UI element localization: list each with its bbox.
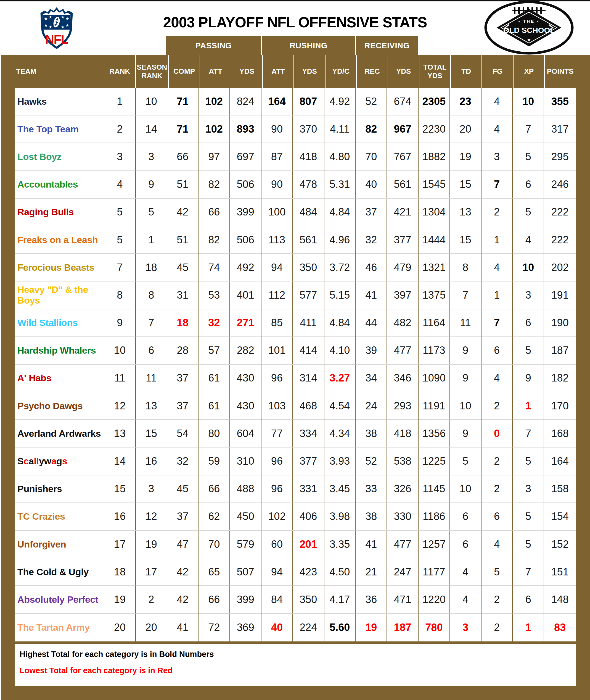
- stat-cell: 44: [356, 310, 387, 337]
- group-header-receiving: RECEIVING: [356, 36, 418, 55]
- stat-cell: 780: [418, 614, 450, 641]
- team-name-letter: l: [36, 456, 39, 466]
- stat-cell: 96: [262, 475, 293, 503]
- stat-cell: 7: [104, 254, 136, 281]
- stat-cell: 399: [230, 199, 262, 226]
- stat-cell: 202: [544, 254, 576, 281]
- stat-cell: 12: [136, 503, 167, 531]
- team-name-cell: Punishers: [15, 475, 104, 503]
- stat-cell: 101: [262, 337, 293, 365]
- stat-cell: 17: [104, 531, 136, 558]
- stat-cell: 154: [544, 503, 576, 531]
- stats-table: Hawks110711028241648074.9252674230523410…: [15, 88, 576, 641]
- column-header-td: TD: [451, 55, 482, 88]
- stat-cell: 506: [230, 171, 262, 199]
- stat-cell: 164: [262, 88, 293, 115]
- stat-cell: 1321: [418, 254, 450, 281]
- stat-cell: 1: [136, 226, 167, 254]
- stat-cell: 80: [199, 420, 230, 447]
- table-frame: TEAMRANKSEASON RANKCOMPATTYDSATTYDSYD/CR…: [1, 55, 590, 700]
- stat-cell: 20: [450, 115, 482, 143]
- stat-cell: 4.84: [324, 199, 356, 226]
- stat-cell: 697: [230, 143, 262, 171]
- stat-cell: 5: [136, 199, 167, 226]
- stat-cell: 24: [356, 392, 387, 420]
- team-name-cell: The Tartan Army: [15, 614, 104, 641]
- stat-cell: 33: [356, 475, 387, 503]
- stat-cell: 10: [104, 337, 136, 365]
- stat-cell: 66: [199, 586, 230, 614]
- column-header-rank: RANK: [104, 55, 135, 88]
- stat-cell: 6: [450, 531, 482, 558]
- stat-cell: 31: [167, 281, 199, 309]
- stat-cell: 158: [544, 475, 576, 503]
- team-name-cell: The Top Team: [15, 115, 104, 143]
- column-header-total-yds: TOTAL YDS: [419, 55, 450, 88]
- stat-cell: 46: [356, 254, 387, 281]
- stat-cell: 42: [167, 199, 199, 226]
- stat-cell: 4: [482, 88, 513, 115]
- stat-cell: 3: [482, 143, 513, 171]
- stat-cell: 9: [450, 337, 482, 365]
- stat-cell: 19: [104, 586, 136, 614]
- stat-cell: 21: [356, 558, 387, 586]
- stat-cell: 399: [230, 586, 262, 614]
- stat-cell: 9: [513, 365, 544, 392]
- stat-cell: 72: [199, 614, 230, 641]
- stat-cell: 11: [450, 310, 482, 337]
- stat-cell: 2: [136, 586, 167, 614]
- stat-cell: 334: [293, 420, 324, 447]
- stat-cell: 6: [136, 337, 167, 365]
- team-name-cell: Averland Ardwarks: [15, 420, 104, 447]
- stat-cell: 82: [199, 171, 230, 199]
- team-name-cell: Ferocious Beasts: [15, 254, 104, 281]
- stat-cell: 28: [167, 337, 199, 365]
- stat-cell: 39: [356, 337, 387, 365]
- stat-cell: 52: [356, 88, 387, 115]
- stat-cell: 3: [513, 281, 544, 309]
- stat-cell: 1375: [418, 281, 450, 309]
- stat-cell: 1: [104, 88, 136, 115]
- stat-cell: 6: [450, 503, 482, 531]
- stat-cell: 1304: [418, 199, 450, 226]
- stat-cell: 346: [387, 365, 418, 392]
- team-name-cell: Hawks: [15, 88, 104, 115]
- stat-cell: 42: [167, 558, 199, 586]
- stat-cell: 10: [513, 88, 544, 115]
- stat-cell: 62: [199, 503, 230, 531]
- old-school-logo: - THE - OLD SCHOOL ★: [483, 1, 575, 55]
- stat-cell: 66: [167, 143, 199, 171]
- stat-cell: 16: [136, 447, 167, 475]
- old-school-the-text: - THE -: [518, 19, 539, 23]
- stat-cell: 8: [450, 254, 482, 281]
- column-header-att: ATT: [263, 55, 294, 88]
- stat-cell: 1356: [418, 420, 450, 447]
- column-header-yd-c: YD/C: [325, 55, 357, 88]
- stat-cell: 3.98: [324, 503, 356, 531]
- stat-cell: 3: [513, 475, 544, 503]
- stat-cell: 13: [104, 420, 136, 447]
- stat-cell: 84: [262, 586, 293, 614]
- team-name-cell: Raging Bulls: [15, 199, 104, 226]
- stat-cell: 538: [387, 447, 418, 475]
- stat-cell: 450: [230, 503, 262, 531]
- stat-cell: 74: [199, 254, 230, 281]
- stat-cell: 561: [387, 171, 418, 199]
- team-name-cell: TC Crazies: [15, 503, 104, 531]
- stat-cell: 224: [293, 614, 324, 641]
- stat-cell: 423: [293, 558, 324, 586]
- stat-cell: 103: [262, 392, 293, 420]
- stat-cell: 577: [293, 281, 324, 309]
- team-name-letter: s: [62, 456, 67, 466]
- team-name-cell: Absolutely Perfect: [15, 586, 104, 614]
- stat-cell: 4: [482, 531, 513, 558]
- stat-cell: 967: [387, 115, 418, 143]
- column-header-yds: YDS: [388, 55, 419, 88]
- stat-cell: 6: [513, 586, 544, 614]
- stat-cell: 10: [513, 254, 544, 281]
- team-name-letter: w: [44, 456, 52, 466]
- stat-cell: 1257: [418, 531, 450, 558]
- team-name-cell: Lost Boyz: [15, 143, 104, 171]
- stat-cell: 15: [450, 171, 482, 199]
- stat-cell: 1164: [418, 310, 450, 337]
